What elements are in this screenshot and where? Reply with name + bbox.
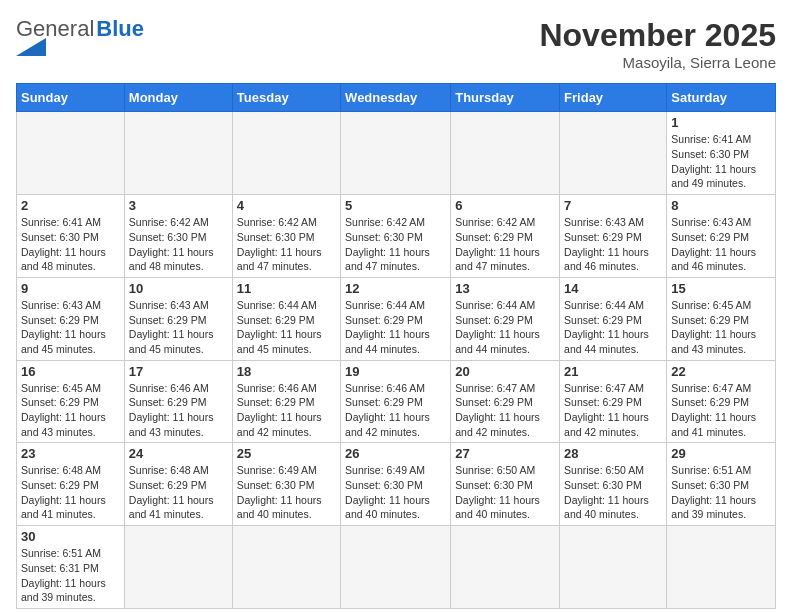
column-header-monday: Monday [124,84,232,112]
day-info: Sunrise: 6:45 AM Sunset: 6:29 PM Dayligh… [21,381,120,440]
column-header-wednesday: Wednesday [341,84,451,112]
day-info: Sunrise: 6:47 AM Sunset: 6:29 PM Dayligh… [671,381,771,440]
calendar-cell: 3Sunrise: 6:42 AM Sunset: 6:30 PM Daylig… [124,195,232,278]
calendar-cell: 15Sunrise: 6:45 AM Sunset: 6:29 PM Dayli… [667,277,776,360]
day-info: Sunrise: 6:49 AM Sunset: 6:30 PM Dayligh… [345,463,446,522]
day-info: Sunrise: 6:42 AM Sunset: 6:29 PM Dayligh… [455,215,555,274]
day-info: Sunrise: 6:44 AM Sunset: 6:29 PM Dayligh… [564,298,662,357]
calendar-week-row: 2Sunrise: 6:41 AM Sunset: 6:30 PM Daylig… [17,195,776,278]
calendar-cell: 1Sunrise: 6:41 AM Sunset: 6:30 PM Daylig… [667,112,776,195]
calendar-cell: 12Sunrise: 6:44 AM Sunset: 6:29 PM Dayli… [341,277,451,360]
day-number: 23 [21,446,120,461]
day-number: 22 [671,364,771,379]
day-info: Sunrise: 6:48 AM Sunset: 6:29 PM Dayligh… [21,463,120,522]
day-info: Sunrise: 6:51 AM Sunset: 6:30 PM Dayligh… [671,463,771,522]
calendar-week-row: 23Sunrise: 6:48 AM Sunset: 6:29 PM Dayli… [17,443,776,526]
calendar-cell: 20Sunrise: 6:47 AM Sunset: 6:29 PM Dayli… [451,360,560,443]
day-number: 12 [345,281,446,296]
calendar-week-row: 16Sunrise: 6:45 AM Sunset: 6:29 PM Dayli… [17,360,776,443]
day-info: Sunrise: 6:46 AM Sunset: 6:29 PM Dayligh… [237,381,336,440]
day-number: 10 [129,281,228,296]
day-number: 17 [129,364,228,379]
day-number: 14 [564,281,662,296]
day-number: 30 [21,529,120,544]
calendar-cell [232,526,340,609]
page-header: General Blue November 2025 Masoyila, Sie… [16,16,776,71]
day-info: Sunrise: 6:42 AM Sunset: 6:30 PM Dayligh… [129,215,228,274]
day-info: Sunrise: 6:41 AM Sunset: 6:30 PM Dayligh… [21,215,120,274]
day-number: 16 [21,364,120,379]
day-info: Sunrise: 6:46 AM Sunset: 6:29 PM Dayligh… [129,381,228,440]
calendar-cell [124,112,232,195]
month-title: November 2025 [539,16,776,54]
day-info: Sunrise: 6:47 AM Sunset: 6:29 PM Dayligh… [564,381,662,440]
day-number: 26 [345,446,446,461]
calendar-week-row: 1Sunrise: 6:41 AM Sunset: 6:30 PM Daylig… [17,112,776,195]
calendar-cell: 2Sunrise: 6:41 AM Sunset: 6:30 PM Daylig… [17,195,125,278]
calendar-cell: 19Sunrise: 6:46 AM Sunset: 6:29 PM Dayli… [341,360,451,443]
day-number: 1 [671,115,771,130]
svg-marker-0 [16,38,46,56]
day-info: Sunrise: 6:42 AM Sunset: 6:30 PM Dayligh… [345,215,446,274]
calendar-cell: 30Sunrise: 6:51 AM Sunset: 6:31 PM Dayli… [17,526,125,609]
calendar-cell: 29Sunrise: 6:51 AM Sunset: 6:30 PM Dayli… [667,443,776,526]
day-number: 21 [564,364,662,379]
day-number: 29 [671,446,771,461]
day-info: Sunrise: 6:43 AM Sunset: 6:29 PM Dayligh… [671,215,771,274]
calendar-cell: 25Sunrise: 6:49 AM Sunset: 6:30 PM Dayli… [232,443,340,526]
calendar-table: SundayMondayTuesdayWednesdayThursdayFrid… [16,83,776,609]
calendar-cell [451,112,560,195]
day-number: 2 [21,198,120,213]
day-info: Sunrise: 6:43 AM Sunset: 6:29 PM Dayligh… [21,298,120,357]
calendar-cell: 9Sunrise: 6:43 AM Sunset: 6:29 PM Daylig… [17,277,125,360]
calendar-week-row: 30Sunrise: 6:51 AM Sunset: 6:31 PM Dayli… [17,526,776,609]
day-number: 27 [455,446,555,461]
calendar-cell: 28Sunrise: 6:50 AM Sunset: 6:30 PM Dayli… [560,443,667,526]
calendar-cell: 8Sunrise: 6:43 AM Sunset: 6:29 PM Daylig… [667,195,776,278]
day-number: 11 [237,281,336,296]
day-number: 9 [21,281,120,296]
calendar-cell: 7Sunrise: 6:43 AM Sunset: 6:29 PM Daylig… [560,195,667,278]
calendar-cell: 13Sunrise: 6:44 AM Sunset: 6:29 PM Dayli… [451,277,560,360]
day-info: Sunrise: 6:48 AM Sunset: 6:29 PM Dayligh… [129,463,228,522]
day-number: 3 [129,198,228,213]
day-number: 15 [671,281,771,296]
calendar-cell: 26Sunrise: 6:49 AM Sunset: 6:30 PM Dayli… [341,443,451,526]
calendar-cell: 10Sunrise: 6:43 AM Sunset: 6:29 PM Dayli… [124,277,232,360]
day-number: 19 [345,364,446,379]
column-header-saturday: Saturday [667,84,776,112]
day-info: Sunrise: 6:44 AM Sunset: 6:29 PM Dayligh… [237,298,336,357]
calendar-cell [560,112,667,195]
day-info: Sunrise: 6:41 AM Sunset: 6:30 PM Dayligh… [671,132,771,191]
day-info: Sunrise: 6:46 AM Sunset: 6:29 PM Dayligh… [345,381,446,440]
column-header-tuesday: Tuesday [232,84,340,112]
calendar-cell [124,526,232,609]
calendar-header-row: SundayMondayTuesdayWednesdayThursdayFrid… [17,84,776,112]
day-number: 18 [237,364,336,379]
day-info: Sunrise: 6:42 AM Sunset: 6:30 PM Dayligh… [237,215,336,274]
calendar-cell: 27Sunrise: 6:50 AM Sunset: 6:30 PM Dayli… [451,443,560,526]
day-info: Sunrise: 6:49 AM Sunset: 6:30 PM Dayligh… [237,463,336,522]
logo-blue-text: Blue [96,16,144,42]
column-header-sunday: Sunday [17,84,125,112]
calendar-cell [341,112,451,195]
calendar-cell: 24Sunrise: 6:48 AM Sunset: 6:29 PM Dayli… [124,443,232,526]
day-info: Sunrise: 6:43 AM Sunset: 6:29 PM Dayligh… [564,215,662,274]
calendar-cell [451,526,560,609]
calendar-cell: 6Sunrise: 6:42 AM Sunset: 6:29 PM Daylig… [451,195,560,278]
column-header-thursday: Thursday [451,84,560,112]
calendar-cell: 16Sunrise: 6:45 AM Sunset: 6:29 PM Dayli… [17,360,125,443]
day-number: 28 [564,446,662,461]
calendar-cell [17,112,125,195]
day-info: Sunrise: 6:44 AM Sunset: 6:29 PM Dayligh… [455,298,555,357]
day-info: Sunrise: 6:44 AM Sunset: 6:29 PM Dayligh… [345,298,446,357]
calendar-cell [560,526,667,609]
day-info: Sunrise: 6:47 AM Sunset: 6:29 PM Dayligh… [455,381,555,440]
location: Masoyila, Sierra Leone [539,54,776,71]
calendar-cell [232,112,340,195]
calendar-cell: 5Sunrise: 6:42 AM Sunset: 6:30 PM Daylig… [341,195,451,278]
day-info: Sunrise: 6:50 AM Sunset: 6:30 PM Dayligh… [455,463,555,522]
day-info: Sunrise: 6:50 AM Sunset: 6:30 PM Dayligh… [564,463,662,522]
day-number: 13 [455,281,555,296]
day-number: 24 [129,446,228,461]
